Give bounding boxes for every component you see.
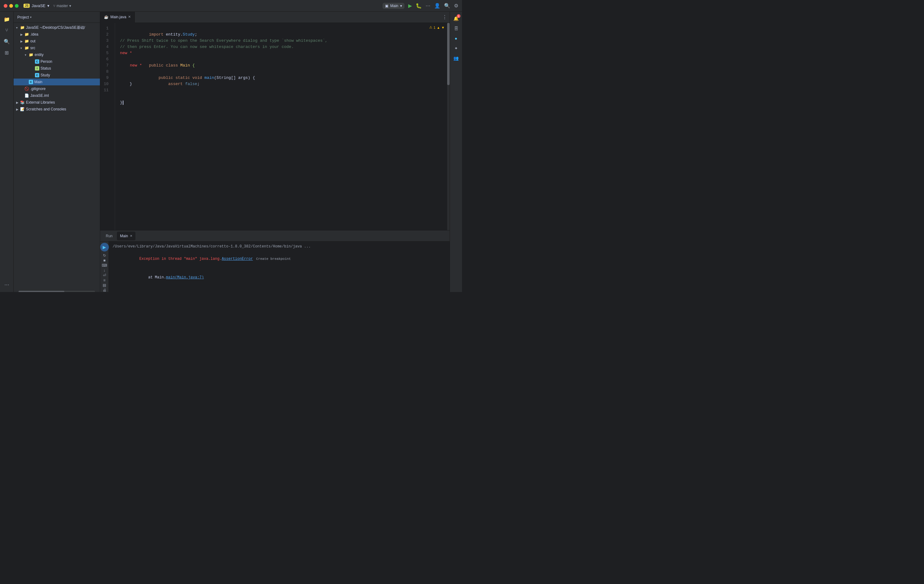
assertion-error-link[interactable]: AssertionError	[222, 257, 253, 261]
sidebar-item-vcs[interactable]: ⑂	[2, 25, 12, 35]
tree-item-iml[interactable]: ▶ 📄 JavaSE.iml	[13, 92, 100, 99]
input-icon[interactable]: ⌨	[101, 263, 108, 267]
code-line-1: import entity.Study;	[120, 25, 445, 31]
tree-item-main[interactable]: ▶ C Main	[13, 79, 100, 85]
main-label: Main	[34, 80, 42, 84]
bottom-tabs: Run Main ✕	[100, 231, 450, 242]
project-selector[interactable]: JS JavaSE ▾	[23, 3, 50, 8]
rerun-icon[interactable]: ↻	[101, 253, 108, 258]
false-keyword: false	[185, 82, 197, 86]
code-content[interactable]: import entity.Study; // Press Shift twic…	[115, 23, 450, 230]
project-name: JavaSE	[31, 3, 45, 8]
ext-libs-icon: 📚	[20, 100, 25, 104]
run-main-icon-wrapper[interactable]: ▶	[100, 243, 109, 251]
ai-assistant-icon[interactable]: ●	[452, 34, 460, 43]
tab-label: Main.java	[111, 15, 126, 19]
branch-icon: ⑂	[53, 4, 55, 8]
bottom-tab-run[interactable]: Run	[103, 232, 116, 240]
notifications-wrapper[interactable]: 🔔 1	[452, 14, 460, 23]
tree-item-person[interactable]: ▶ C Person	[13, 58, 100, 65]
scroll-down-icon[interactable]: ↓	[101, 268, 108, 272]
src-label: src	[30, 46, 35, 50]
main-class-icon: C	[29, 80, 33, 84]
tree-item-entity[interactable]: ▾ 📁 entity	[13, 51, 100, 58]
sidebar-item-more[interactable]: ⋯	[2, 280, 12, 290]
code-editor[interactable]: 1 2 3 4 ▶ 5 ▶ 6 7 8 9 10 11	[100, 23, 450, 230]
tree-item-status[interactable]: ▶ I Status	[13, 65, 100, 72]
branch-selector[interactable]: ⑂ master ▾	[53, 4, 71, 8]
tree-item-gitignore[interactable]: ▶ 🚫 .gitignore	[13, 85, 100, 92]
editor-vscrollbar-thumb[interactable]	[447, 23, 450, 85]
out-label: out	[30, 39, 36, 43]
root-label: JavaSE ~/Desktop/CS/JavaSE基础/	[26, 25, 85, 30]
tree-item-src[interactable]: ▾ 📁 src	[13, 45, 100, 51]
project-header: Project ▾	[13, 12, 100, 23]
search-icon[interactable]: 🔍	[444, 3, 450, 9]
status-label: Status	[41, 66, 51, 71]
line-num-11: 11	[100, 87, 111, 93]
code-line-3: // Press Shift twice to open the Search …	[120, 38, 445, 44]
tree-item-root[interactable]: ▾ 📁 JavaSE ~/Desktop/CS/JavaSE基础/	[13, 24, 100, 31]
main-tab-label: Main	[120, 234, 128, 238]
tab-bar-more-icon[interactable]: ⋮	[442, 14, 447, 20]
tree-item-external-libs[interactable]: ▶ 📚 External Libraries	[13, 99, 100, 106]
collab-icon[interactable]: 👥	[452, 54, 460, 63]
run-config-group[interactable]: ▣ Main ▾	[383, 3, 404, 9]
warning-indicator: ⚠ 1 ▲ ▼	[429, 25, 445, 30]
tab-close-button[interactable]: ✕	[128, 15, 131, 19]
assert-keyword: assert	[168, 82, 185, 86]
code-line-6: public static void main(String[] args) {	[120, 69, 445, 75]
stop-icon[interactable]: ■	[101, 258, 108, 262]
project-scrollbar[interactable]	[18, 291, 95, 292]
bottom-tab-main[interactable]: Main ✕	[117, 232, 135, 240]
project-tree: ▾ 📁 JavaSE ~/Desktop/CS/JavaSE基础/ ▶ 📁 .i…	[13, 23, 100, 290]
more-button[interactable]: ⋯	[426, 3, 431, 9]
account-icon[interactable]: 👤	[434, 3, 441, 9]
run-button[interactable]: ▶	[408, 3, 412, 9]
sidebar-item-find[interactable]: 🔍	[2, 36, 12, 46]
sidebar-item-project[interactable]: 📁	[2, 14, 12, 24]
split-icon[interactable]: ▤	[101, 283, 108, 287]
tree-item-scratches[interactable]: ▶ 📝 Scratches and Consoles	[13, 106, 100, 112]
copilot-icon[interactable]: ✦	[452, 44, 460, 53]
tree-item-out[interactable]: ▶ 📁 out	[13, 38, 100, 45]
minimize-button[interactable]	[9, 4, 13, 8]
study-label: Study	[41, 73, 50, 78]
public-keyword-5: public	[149, 63, 166, 68]
tree-item-idea[interactable]: ▶ 📁 .idea	[13, 31, 100, 38]
tab-main-java[interactable]: ☕ Main.java ✕	[100, 12, 135, 23]
editor-vscrollbar[interactable]	[447, 23, 450, 230]
study-class-ref: Study	[183, 32, 195, 37]
database-icon[interactable]: 🗄	[452, 24, 460, 33]
warning-up-icon[interactable]: ▲	[437, 26, 440, 30]
bottom-tab-close[interactable]: ✕	[130, 234, 132, 238]
editor-top: 1 2 3 4 ▶ 5 ▶ 6 7 8 9 10 11	[100, 23, 450, 230]
sidebar-item-structure[interactable]: ⊞	[2, 48, 12, 58]
iml-icon: 📄	[25, 93, 29, 98]
main-method-link[interactable]: main(Main.java:7)	[166, 275, 204, 280]
public-keyword-6: public	[158, 76, 176, 80]
tree-item-study[interactable]: ▶ C Study	[13, 72, 100, 79]
code-line-9	[120, 87, 445, 93]
fullscreen-button[interactable]	[15, 4, 18, 8]
settings-icon[interactable]: ⚙	[454, 3, 458, 9]
debug-button[interactable]: 🐛	[416, 3, 422, 9]
list-icon[interactable]: ≡	[101, 278, 108, 282]
line-num-10: 10	[100, 81, 111, 87]
code-line-4: // then press Enter. You can now see whi…	[120, 44, 445, 50]
console-line-2: Exception in thread "main" java.lang.Ass…	[112, 250, 446, 268]
tab-bar-right: ⋮	[442, 14, 450, 20]
project-title: Project	[17, 15, 29, 20]
line-numbers: 1 2 3 4 ▶ 5 ▶ 6 7 8 9 10 11	[100, 23, 115, 230]
close-button[interactable]	[4, 4, 7, 8]
print-icon[interactable]: 🖨	[101, 288, 108, 292]
code-line-11: }	[120, 100, 445, 106]
out-caret: ▶	[20, 40, 23, 43]
scratches-icon: 📝	[20, 107, 25, 111]
create-breakpoint-btn[interactable]: Create breakpoint	[254, 257, 291, 261]
left-sidebar: 📁 ⑂ 🔍 ⊞ ⋯	[0, 12, 13, 292]
warning-count: 1	[434, 26, 436, 30]
wrap-icon[interactable]: ⏎	[101, 273, 108, 277]
warning-down-icon[interactable]: ▼	[441, 26, 445, 30]
console-output: /Users/eve/Library/Java/JavaVirtualMachi…	[109, 242, 450, 292]
